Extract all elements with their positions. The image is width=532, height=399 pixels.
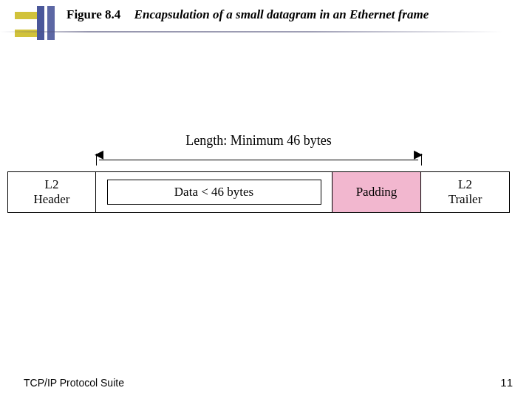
frame-row: L2 Header Data < 46 bytes Padding L2 Tra… [7,171,525,213]
arrow-right-icon: ▸ [414,145,423,163]
l2-trailer-label: L2 Trailer [449,177,482,206]
data-inner-box: Data < 46 bytes [107,180,321,205]
arrow-left-icon: ◂ [95,145,103,163]
figure-caption: Encapsulation of a small datagram in an … [134,7,429,21]
title-divider [0,31,532,33]
page-number: 11 [500,376,513,389]
length-label: Length: Minimum 46 bytes [96,133,421,149]
span-arrow-line [99,160,418,160]
slide-title: Figure 8.4 Encapsulation of a small data… [66,7,517,22]
ethernet-frame-diagram: Length: Minimum 46 bytes ◂ ▸ L2 Header D… [7,155,525,213]
l2-trailer-cell: L2 Trailer [421,171,510,213]
padding-cell: Padding [332,171,421,213]
data-label: Data < 46 bytes [174,185,253,200]
l2-header-cell: L2 Header [7,171,96,213]
data-cell: Data < 46 bytes [96,171,332,213]
figure-number: Figure 8.4 [66,7,120,21]
padding-label: Padding [356,185,398,200]
l2-header-label: L2 Header [33,177,69,206]
footer-source: TCP/IP Protocol Suite [24,377,124,389]
slide-logo-icon [15,6,49,40]
